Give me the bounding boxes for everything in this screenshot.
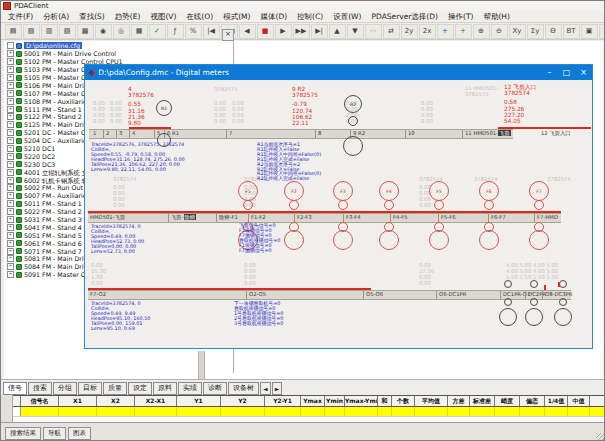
menu-item-10[interactable]: 设置(W) (328, 12, 366, 22)
bottom-tab-3[interactable]: 目标 (78, 382, 102, 395)
column-header-方差[interactable]: 方差 (448, 396, 470, 406)
column-header-X2-X1[interactable]: X2-X1 (135, 396, 177, 406)
toolbar-add-trend-button[interactable]: + (455, 24, 472, 39)
tree-panel-close-button[interactable]: × (222, 29, 234, 41)
toolbar-xy-view-button[interactable]: Xy (509, 24, 526, 39)
tree-expander-icon[interactable]: + (7, 240, 14, 247)
toolbar-two-y-axis-button[interactable]: 2y (401, 24, 418, 39)
dialog-minimize-button[interactable]: – (541, 65, 558, 80)
menu-item-11[interactable]: PDAServer选择(D) (366, 12, 443, 22)
toolbar-dash-cursor-button[interactable]: ⋯ (365, 24, 382, 39)
dialog-close-button[interactable]: × (575, 65, 592, 80)
tree-expander-icon[interactable]: + (7, 232, 14, 239)
tree-expander-icon[interactable]: + (7, 98, 14, 105)
tree-expander-icon[interactable]: + (7, 192, 14, 199)
menu-item-13[interactable]: 帮助(H) (478, 12, 515, 22)
tree-expander-icon[interactable]: + (7, 58, 14, 65)
bottom-tab-2[interactable]: 分组 (53, 382, 77, 395)
tree-expander-icon[interactable]: + (7, 263, 14, 270)
toolbar-print-button[interactable]: ▩ (77, 24, 94, 39)
bottom-tab-5[interactable]: 设定 (128, 382, 152, 395)
tree-expander-icon[interactable]: + (7, 90, 14, 97)
column-header-平均值[interactable]: 平均值 (415, 396, 448, 406)
selected-row-cell[interactable] (97, 407, 135, 416)
selected-row-cell[interactable] (265, 407, 301, 416)
toolbar-open-project-button[interactable]: ▨ (59, 24, 76, 39)
toolbar-marker-button[interactable]: ✓ (149, 24, 166, 39)
selected-row-cell[interactable] (59, 407, 97, 416)
column-header-Y2[interactable]: Y2 (221, 396, 265, 406)
bottom-tab-1[interactable]: 搜索 (28, 382, 52, 395)
selected-row-cell[interactable] (520, 407, 545, 416)
column-header-X2[interactable]: X2 (97, 396, 135, 406)
menu-item-4[interactable]: 趋势(E) (110, 12, 146, 22)
tree-expander-icon[interactable]: + (7, 82, 14, 89)
selected-row-cell[interactable] (221, 407, 265, 416)
column-header-1/4值[interactable]: 1/4值 (545, 396, 568, 406)
bottom-tab-7[interactable]: 实绩 (178, 382, 202, 395)
footer-tab-1[interactable]: 搜索结果 (5, 427, 41, 440)
column-header-Ymax[interactable]: Ymax (301, 396, 325, 406)
tree-expander-icon[interactable]: + (7, 113, 14, 120)
tree-expander-icon[interactable]: + (7, 145, 14, 152)
selected-row-cell[interactable] (495, 407, 520, 416)
selected-row-cell[interactable] (568, 407, 590, 416)
menu-item-6[interactable]: 在线(O) (181, 12, 218, 22)
bottom-tab-9[interactable]: 设备树 (228, 382, 259, 395)
resize-grip[interactable] (596, 433, 604, 441)
tree-expander-icon[interactable]: + (7, 66, 14, 73)
panel-splitter[interactable] (198, 351, 205, 379)
selected-row-cell[interactable] (177, 407, 221, 416)
toolbar-scroll-up-button[interactable]: ▲ (329, 24, 346, 39)
selected-row-cell[interactable] (301, 407, 325, 416)
column-header-标准差[interactable]: 标准差 (470, 396, 495, 406)
tree-expander-icon[interactable]: + (7, 106, 14, 113)
menu-item-12[interactable]: 操作(T) (443, 12, 478, 22)
toolbar-layout-grid-button[interactable]: ▦ (131, 24, 148, 39)
tree-expander-icon[interactable]: + (7, 129, 14, 136)
footer-tab-2[interactable]: 导航 (43, 427, 66, 440)
toolbar-search-button[interactable]: ◉ (95, 24, 112, 39)
column-header-Ymin[interactable]: Ymin (325, 396, 345, 406)
selected-row-cell[interactable] (470, 407, 495, 416)
tree-root-row[interactable]: -D:\pda\online.cfg (4, 42, 233, 50)
toolbar-swap-axes-button[interactable]: ⇄ (383, 24, 400, 39)
selected-row-cell[interactable] (415, 407, 448, 416)
column-header-Y1[interactable]: Y1 (177, 396, 221, 406)
column-header-row-selector[interactable] (590, 396, 605, 406)
column-header-个数[interactable]: 个数 (392, 396, 415, 406)
tree-expander-icon[interactable]: + (7, 224, 14, 231)
selected-row-cell[interactable] (392, 407, 415, 416)
toolbar-go-first-button[interactable]: |◀ (203, 24, 220, 39)
footer-tab-3[interactable]: 图表 (68, 427, 91, 440)
column-header-偏态[interactable]: 偏态 (520, 396, 545, 406)
toolbar-table-view-button[interactable]: ▣ (581, 24, 598, 39)
toolbar-search-next-button[interactable]: ◎ (113, 24, 130, 39)
toolbar-add-signal-button[interactable]: + (437, 24, 454, 39)
toolbar-play-button[interactable]: ▶ (275, 24, 292, 39)
tree-expander-icon[interactable]: + (7, 184, 14, 191)
toolbar-two-x-axis-button[interactable]: 2x (419, 24, 436, 39)
tree-expander-icon[interactable]: + (7, 161, 14, 168)
dialog-maximize-button[interactable]: □ (558, 65, 575, 80)
menu-item-9[interactable]: 控制(C) (292, 12, 328, 22)
column-header-峭度[interactable]: 峭度 (495, 396, 520, 406)
toolbar-function-button[interactable]: ƒ (167, 24, 184, 39)
toolbar-open-file-button[interactable]: ▧ (23, 24, 40, 39)
tree-expander-icon[interactable]: + (7, 74, 14, 81)
selected-row-cell[interactable] (345, 407, 378, 416)
column-header-中值[interactable]: 中值 (568, 396, 590, 406)
toolbar-scroll-down-button[interactable]: ▼ (347, 24, 364, 39)
column-header-和[interactable]: 和 (378, 396, 392, 406)
tree-item-row[interactable]: +5001 PM - Main Drive Control (4, 50, 233, 58)
menu-item-2[interactable]: 分析(A) (38, 12, 74, 22)
selected-row-cell[interactable] (448, 407, 470, 416)
tree-expander-icon[interactable]: + (7, 248, 14, 255)
tree-expander-icon[interactable]: + (7, 153, 14, 160)
toolbar-new-file-button[interactable]: ▤ (5, 24, 22, 39)
selected-row-cell[interactable] (545, 407, 568, 416)
tree-expander-icon[interactable]: + (7, 177, 14, 184)
tree-expander-icon[interactable]: + (7, 169, 14, 176)
toolbar-step-back-button[interactable]: ◀ (239, 24, 256, 39)
menu-item-3[interactable]: 查找(S) (74, 12, 110, 22)
